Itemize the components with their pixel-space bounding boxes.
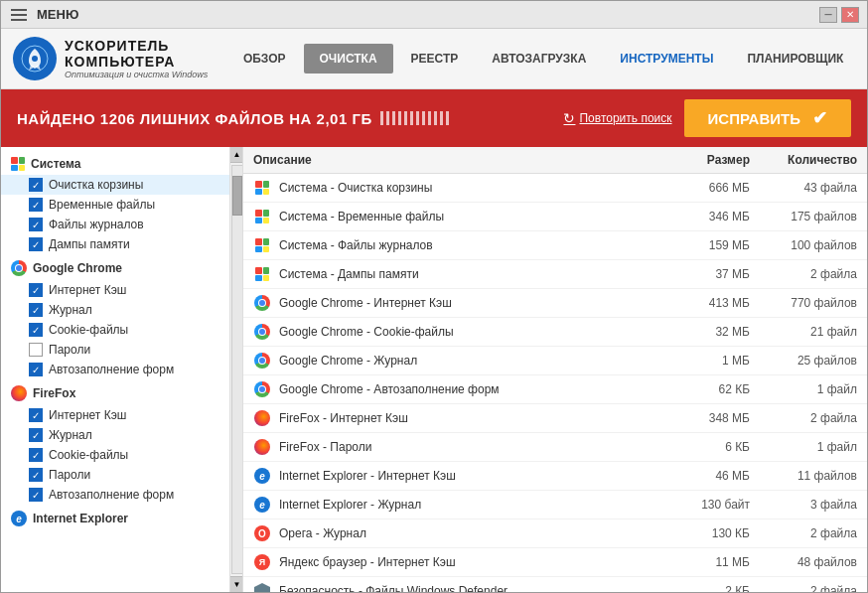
scroll-thumb[interactable] — [232, 176, 242, 216]
pb2 — [386, 111, 389, 125]
table-row[interactable]: FireFox - Интернет Кэш 348 МБ 2 файла — [243, 404, 867, 433]
row-size-14: 2 КБ — [668, 584, 758, 592]
alert-bar: НАЙДЕНО 1206 ЛИШНИХ ФАЙЛОВ НА 2,01 ГБ ↻ … — [1, 89, 867, 147]
table-row[interactable]: Я Яндекс браузер - Интернет Кэш 11 МБ 48… — [243, 548, 867, 577]
pb6 — [410, 111, 413, 125]
retry-button[interactable]: ↻ Повторить поиск — [563, 110, 671, 126]
row-count-9: 1 файл — [758, 440, 857, 454]
app-logo — [13, 37, 57, 80]
minimize-button[interactable]: ─ — [819, 7, 837, 23]
table-row[interactable]: e Internet Explorer - Журнал 130 байт 3 … — [243, 491, 867, 519]
table-row[interactable]: Безопасность - Файлы Windows Defender 2 … — [243, 577, 867, 592]
system-group-label: Система — [31, 157, 81, 171]
checkbox-chrome-cache[interactable] — [29, 283, 43, 297]
sidebar-item-recycle[interactable]: Очистка корзины — [1, 175, 229, 195]
checkbox-ff-forms[interactable] — [29, 488, 43, 502]
row-icon-11: e — [253, 496, 271, 514]
firefox-icon-sidebar — [11, 385, 27, 401]
ff-passwords-label: Пароли — [49, 468, 90, 482]
checkbox-dumps[interactable] — [29, 237, 43, 251]
row-count-6: 25 файлов — [758, 354, 857, 368]
pb5 — [404, 111, 407, 125]
table-row[interactable]: Google Chrome - Cookie-файлы 32 МБ 21 фа… — [243, 318, 867, 347]
tab-overview[interactable]: ОБЗОР — [227, 44, 302, 74]
checkbox-chrome-cookies[interactable] — [29, 323, 43, 337]
sidebar-item-logs[interactable]: Файлы журналов — [1, 215, 229, 234]
row-count-11: 3 файла — [758, 498, 857, 512]
checkbox-recycle[interactable] — [29, 178, 43, 192]
sidebar-item-chrome-forms[interactable]: Автозаполнение форм — [1, 360, 229, 379]
checkbox-ff-cache[interactable] — [29, 408, 43, 422]
table-row[interactable]: Google Chrome - Интернет Кэш 413 МБ 770 … — [243, 289, 867, 318]
ff-forms-label: Автозаполнение форм — [49, 488, 174, 502]
sidebar-item-ff-cache[interactable]: Интернет Кэш — [1, 405, 229, 425]
table-row[interactable]: Система - Очистка корзины 666 МБ 43 файл… — [243, 174, 867, 203]
table-body: Система - Очистка корзины 666 МБ 43 файл… — [243, 174, 867, 592]
row-size-2: 159 МБ — [668, 238, 758, 252]
row-count-13: 48 файлов — [758, 555, 857, 569]
row-desc-5: Google Chrome - Cookie-файлы — [279, 325, 668, 339]
tab-clean[interactable]: ОЧИСТКА — [304, 44, 393, 74]
checkbox-ff-cookies[interactable] — [29, 448, 43, 462]
sidebar-container: Система Очистка корзины Временные файлы … — [1, 147, 243, 592]
sidebar-item-ff-forms[interactable]: Автозаполнение форм — [1, 485, 229, 505]
sidebar-item-temp[interactable]: Временные файлы — [1, 195, 229, 215]
table-row[interactable]: FireFox - Пароли 6 КБ 1 файл — [243, 433, 867, 462]
fix-button[interactable]: ИСПРАВИТЬ ✔ — [684, 99, 851, 137]
sidebar-item-dumps[interactable]: Дампы памяти — [1, 234, 229, 254]
progress-bars — [380, 111, 449, 125]
tab-tools[interactable]: ИНСТРУМЕНТЫ — [604, 44, 729, 74]
scroll-track — [231, 165, 243, 574]
row-icon-13: Я — [253, 553, 271, 571]
table-row[interactable]: O Орега - Журнал 130 КБ 2 файла — [243, 519, 867, 548]
table-row[interactable]: e Internet Explorer - Интернет Кэш 46 МБ… — [243, 462, 867, 491]
table-row[interactable]: Google Chrome - Автозаполнение форм 62 К… — [243, 375, 867, 404]
tab-planner[interactable]: ПЛАНИРОВЩИК — [731, 44, 859, 74]
logs-label: Файлы журналов — [49, 218, 144, 231]
table-row[interactable]: Система - Дампы памяти 37 МБ 2 файла — [243, 260, 867, 289]
row-count-10: 11 файлов — [758, 469, 857, 483]
tab-autoload[interactable]: АВТОЗАГРУЗКА — [476, 44, 602, 74]
hamburger-menu[interactable] — [9, 7, 29, 23]
row-size-1: 346 МБ — [668, 210, 758, 223]
tab-registry[interactable]: РЕЕСТР — [395, 44, 475, 74]
table-row[interactable]: Google Chrome - Журнал 1 МБ 25 файлов — [243, 347, 867, 375]
row-icon-14 — [253, 582, 271, 592]
table-row[interactable]: Система - Файлы журналов 159 МБ 100 файл… — [243, 231, 867, 260]
sidebar-item-chrome-cookies[interactable]: Cookie-файлы — [1, 320, 229, 340]
scroll-down-button[interactable]: ▼ — [230, 576, 244, 592]
sidebar-item-ff-cookies[interactable]: Cookie-файлы — [1, 445, 229, 465]
checkbox-chrome-forms[interactable] — [29, 363, 43, 376]
sidebar-item-ff-log[interactable]: Журнал — [1, 425, 229, 445]
checkbox-logs[interactable] — [29, 218, 43, 231]
header: УСКОРИТЕЛЬ КОМПЬЮТЕРА Оптимизация и очис… — [1, 29, 867, 89]
ff-log-label: Журнал — [49, 428, 92, 442]
checkbox-ff-passwords[interactable] — [29, 468, 43, 482]
row-icon-5 — [253, 323, 271, 341]
checkbox-chrome-log[interactable] — [29, 303, 43, 317]
checkbox-chrome-passwords[interactable] — [29, 343, 43, 357]
sidebar-scrollbar: ▲ ▼ — [229, 147, 243, 592]
scroll-up-button[interactable]: ▲ — [230, 147, 244, 163]
row-size-11: 130 байт — [668, 498, 758, 512]
alert-text: НАЙДЕНО 1206 ЛИШНИХ ФАЙЛОВ НА 2,01 ГБ — [17, 110, 551, 127]
sidebar-item-chrome-log[interactable]: Журнал — [1, 300, 229, 320]
table-row[interactable]: Система - Временные файлы 346 МБ 175 фай… — [243, 203, 867, 231]
close-button[interactable]: ✕ — [841, 7, 859, 23]
row-icon-7 — [253, 380, 271, 398]
checkbox-ff-log[interactable] — [29, 428, 43, 442]
row-desc-0: Система - Очистка корзины — [279, 181, 668, 195]
fix-label: ИСПРАВИТЬ — [708, 110, 800, 127]
retry-label: Повторить поиск — [579, 111, 671, 125]
checkbox-temp[interactable] — [29, 198, 43, 212]
row-desc-10: Internet Explorer - Интернет Кэш — [279, 469, 668, 483]
row-desc-1: Система - Временные файлы — [279, 210, 668, 223]
sidebar-item-chrome-passwords[interactable]: Пароли — [1, 340, 229, 360]
sidebar-item-ff-passwords[interactable]: Пароли — [1, 465, 229, 485]
row-icon-9 — [253, 438, 271, 456]
sidebar-item-chrome-cache[interactable]: Интернет Кэш — [1, 280, 229, 300]
row-icon-4 — [253, 294, 271, 312]
row-size-9: 6 КБ — [668, 440, 758, 454]
pb1 — [380, 111, 383, 125]
row-count-4: 770 файлов — [758, 296, 857, 310]
